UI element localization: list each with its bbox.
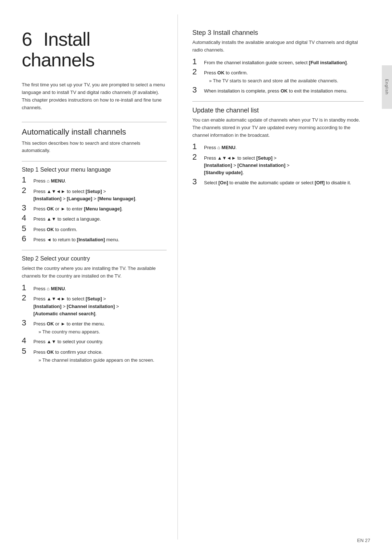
list-item: 3 Press OK or ► to enter [Menu language]… xyxy=(22,204,167,213)
step3-list: 1 From the channel installation guide sc… xyxy=(192,58,364,95)
sidebar-language-tab: English xyxy=(382,65,392,109)
list-item: 1 From the channel installation guide sc… xyxy=(192,58,364,66)
step1-header: Step 1 Select your menu language xyxy=(22,167,167,173)
list-item: 6 Press ◄ to return to [Installation] me… xyxy=(22,235,167,243)
left-column: 6 Install channels The first time you se… xyxy=(0,15,178,539)
step2-list: 1 Press ⌂ MENU. 2 Press ▲▼◄► to select [… xyxy=(22,284,167,364)
divider-auto xyxy=(22,122,167,122)
divider-step2 xyxy=(22,250,167,250)
home-icon: ⌂ xyxy=(217,144,220,151)
list-item: 1 Press ⌂ MENU. xyxy=(192,143,364,151)
list-item: 5 Press OK to confirm. xyxy=(22,225,167,233)
chapter-title: 6 Install channels xyxy=(22,29,167,70)
chapter-title-text: Install channels xyxy=(22,29,94,70)
list-item: 2 Press ▲▼◄► to select [Setup] >[Install… xyxy=(192,153,364,176)
divider-update xyxy=(192,101,364,102)
list-item: 5 Press OK to confirm your choice.The ch… xyxy=(22,347,167,364)
list-item: 1 Press ⌂ MENU. xyxy=(22,176,167,185)
step2-desc: Select the country where you are install… xyxy=(22,265,167,280)
step3-header: Step 3 Install channels xyxy=(192,29,364,37)
update-header: Update the channel list xyxy=(192,107,364,114)
list-item: 1 Press ⌂ MENU. xyxy=(22,284,167,292)
list-item: 4 Press ▲▼ to select a language. xyxy=(22,214,167,223)
step1-list: 1 Press ⌂ MENU. 2 Press ▲▼◄► to select [… xyxy=(22,176,167,243)
list-item: 3 Press OK or ► to enter the menu.The co… xyxy=(22,319,167,336)
list-item: 2 Press OK to confirm.The TV starts to s… xyxy=(192,68,364,85)
step2-header: Step 2 Select your country xyxy=(22,255,167,262)
list-item: 4 Press ▲▼ to select your country. xyxy=(22,337,167,345)
right-column: Step 3 Install channels Automatically in… xyxy=(178,15,382,539)
divider-step1 xyxy=(22,161,167,161)
auto-install-title: Automatically install channels xyxy=(22,127,167,137)
list-item: 3 Select [On] to enable the automatic up… xyxy=(192,178,364,186)
home-icon: ⌂ xyxy=(47,285,50,292)
list-item: 2 Press ▲▼◄► to select [Setup] >[Install… xyxy=(22,294,167,317)
auto-install-desc: This section describes how to search and… xyxy=(22,140,167,155)
list-item: 2 Press ▲▼◄► to select [Setup] >[Install… xyxy=(22,186,167,202)
page: 6 Install channels The first time you se… xyxy=(0,0,392,554)
page-footer: EN 27 xyxy=(357,538,370,543)
list-item: 3 When installation is complete, press O… xyxy=(192,86,364,95)
update-desc: You can enable automatic update of chann… xyxy=(192,116,364,139)
chapter-number: 6 xyxy=(22,29,32,50)
update-list: 1 Press ⌂ MENU. 2 Press ▲▼◄► to select [… xyxy=(192,143,364,186)
intro-paragraph: The first time you set up your TV, you a… xyxy=(22,81,167,111)
step3-desc: Automatically installs the available ana… xyxy=(192,39,364,54)
home-icon: ⌂ xyxy=(47,177,50,185)
